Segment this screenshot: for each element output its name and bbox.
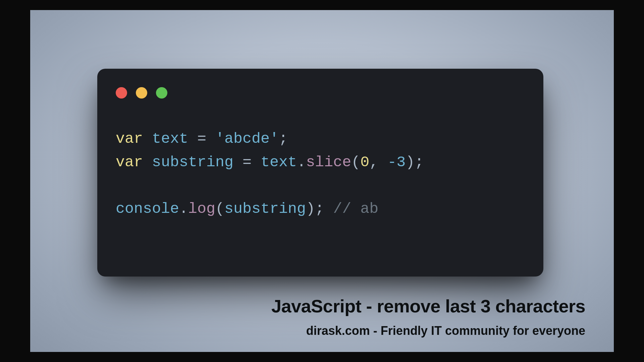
code-token: , <box>369 154 387 171</box>
code-token: ; <box>315 200 324 218</box>
captions: JavaScript - remove last 3 characters di… <box>271 296 585 338</box>
code-block: var text = 'abcde'; var substring = text… <box>116 127 424 221</box>
code-window: var text = 'abcde'; var substring = text… <box>97 69 543 277</box>
code-token: console <box>116 200 179 218</box>
code-token: ) <box>306 200 315 218</box>
code-token: ( <box>351 154 360 171</box>
code-token: = <box>188 130 215 147</box>
caption-subtitle: dirask.com - Friendly IT community for e… <box>271 324 585 338</box>
code-token: 0 <box>360 154 369 171</box>
code-token: slice <box>306 154 351 171</box>
code-token: log <box>188 200 215 218</box>
maximize-icon[interactable] <box>156 87 167 99</box>
code-token: ) <box>406 154 415 171</box>
stage-background: var text = 'abcde'; var substring = text… <box>30 10 614 352</box>
code-token: . <box>179 200 188 218</box>
code-token: -3 <box>387 154 406 171</box>
close-icon[interactable] <box>116 87 127 99</box>
code-token: ( <box>215 200 224 218</box>
code-token <box>324 200 333 218</box>
minimize-icon[interactable] <box>136 87 147 99</box>
code-token: text <box>152 130 188 147</box>
code-token: var <box>116 154 143 171</box>
code-token: = <box>233 154 261 171</box>
code-token: substring <box>224 200 306 218</box>
code-token: 'abcde' <box>215 130 279 147</box>
code-token: ; <box>415 154 424 171</box>
code-token: text <box>261 154 297 171</box>
window-traffic-lights <box>116 87 167 99</box>
caption-title: JavaScript - remove last 3 characters <box>271 296 585 316</box>
code-token: ; <box>279 130 288 147</box>
code-token: var <box>116 130 143 147</box>
code-token: substring <box>152 154 233 171</box>
code-token: // ab <box>333 200 378 218</box>
code-token: . <box>297 154 306 171</box>
